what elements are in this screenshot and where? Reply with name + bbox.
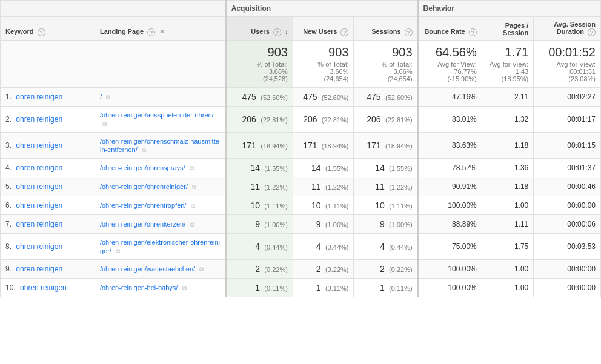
totals-avg-cell: 00:01:52 Avg for View: 00:01:31 (23.08%) <box>534 40 601 87</box>
users-pct: (0.44%) <box>264 243 288 251</box>
keyword-cell: 8. ohren reinigen <box>1 233 95 259</box>
users-value: 171 <box>242 141 256 150</box>
new-users-pct: (18.94%) <box>322 142 349 150</box>
copy-icon[interactable]: ⧉ <box>182 285 187 292</box>
keyword-value[interactable]: ohren reinigen <box>16 182 62 191</box>
totals-landing-cell <box>95 40 225 87</box>
pages-value: 1.75 <box>514 242 528 251</box>
copy-icon[interactable]: ⧉ <box>102 121 107 128</box>
avg-session-help-icon[interactable]: ? <box>588 28 596 36</box>
sessions-cell: 4 (0.44%) <box>354 233 418 259</box>
landing-help-icon[interactable]: ? <box>147 28 155 36</box>
sessions-value: 206 <box>367 114 380 124</box>
bounce-rate-value: 88.89% <box>452 220 477 228</box>
totals-users-cell: 903 % of Total: 3.68% (24,528) <box>226 40 293 87</box>
pages-session-cell: 1.36 <box>482 158 534 177</box>
keyword-value[interactable]: ohren reinigen <box>16 220 62 228</box>
totals-pages-sub: Avg for View: 1.43 (18.95%) <box>487 61 529 82</box>
pages-value: 1.36 <box>514 164 528 172</box>
sessions-pct: (0.11%) <box>389 285 413 292</box>
bounce-rate-value: 83.63% <box>452 141 477 150</box>
landing-value[interactable]: /ohren-reinigen/ohrenkerzen/ <box>100 220 185 228</box>
users-cell: 206 (22.81%) <box>226 106 293 132</box>
copy-icon[interactable]: ⧉ <box>190 165 194 172</box>
new-users-value: 206 <box>303 114 317 124</box>
landing-value[interactable]: / <box>100 93 102 101</box>
new-users-pct: (1.55%) <box>325 165 349 172</box>
pages-session-col-label: Pages / Session <box>503 22 528 36</box>
users-value: 475 <box>242 92 256 102</box>
users-help-icon[interactable]: ? <box>273 28 281 36</box>
copy-icon[interactable]: ⧉ <box>190 221 194 228</box>
keyword-help-icon[interactable]: ? <box>38 28 45 36</box>
sessions-pct: (1.22%) <box>389 184 413 191</box>
landing-value[interactable]: /ohren-reinigen/ohrentropfen/ <box>100 202 186 209</box>
copy-icon[interactable]: ⧉ <box>199 266 204 273</box>
landing-value[interactable]: /ohren-reinigen/wattestaebchen/ <box>100 265 195 273</box>
totals-avg-label: Avg for View: <box>557 61 596 68</box>
table-row: 9. ohren reinigen /ohren-reinigen/wattes… <box>1 259 601 278</box>
new-users-pct: (1.00%) <box>325 221 349 228</box>
users-value: 206 <box>242 114 256 124</box>
keyword-value[interactable]: ohren reinigen <box>16 242 62 251</box>
totals-row: 903 % of Total: 3.68% (24,528) 903 % of … <box>1 40 601 87</box>
totals-new-users-sub: % of Total: 3.66% (24,654) <box>298 61 349 82</box>
landing-value[interactable]: /ohren-reinigen/ausspuelen-der-ohren/ <box>100 111 214 119</box>
keyword-value[interactable]: ohren reinigen <box>16 201 62 210</box>
totals-users-count: (24,528) <box>263 75 288 82</box>
pages-session-cell: 1.11 <box>482 214 534 233</box>
keyword-value[interactable]: ohren reinigen <box>16 265 62 273</box>
keyword-value[interactable]: ohren reinigen <box>16 115 62 124</box>
keyword-cell: 1. ohren reinigen <box>1 87 95 106</box>
users-value: 1 <box>255 283 260 293</box>
keyword-value[interactable]: ohren reinigen <box>16 164 62 172</box>
pages-value: 1.18 <box>514 182 528 191</box>
new-users-help-icon[interactable]: ? <box>340 28 348 36</box>
keyword-value[interactable]: ohren reinigen <box>16 141 62 150</box>
keyword-cell: 3. ohren reinigen <box>1 132 95 158</box>
bounce-rate-help-icon[interactable]: ? <box>469 28 477 36</box>
landing-value[interactable]: /ohren-reinigen/ohrensprays/ <box>100 164 185 171</box>
pages-session-cell: 1.00 <box>482 259 534 278</box>
totals-sessions-count: (24,654) <box>388 75 413 82</box>
new-users-pct: (0.22%) <box>325 266 349 273</box>
landing-value[interactable]: /ohren-reinigen/ohrenschmalz-hausmitteln… <box>100 137 219 153</box>
bounce-rate-cell: 47.16% <box>418 87 482 106</box>
new-users-value: 14 <box>311 163 321 173</box>
users-cell: 10 (1.11%) <box>226 196 293 214</box>
copy-icon[interactable]: ⧉ <box>192 184 196 191</box>
row-number: 2. <box>5 115 12 124</box>
sessions-pct: (1.55%) <box>389 165 413 172</box>
bounce-rate-col-label: Bounce Rate <box>424 28 465 35</box>
avg-session-cell: 00:01:15 <box>534 132 601 158</box>
users-pct: (1.00%) <box>264 221 288 228</box>
users-cell: 4 (0.44%) <box>226 233 293 259</box>
sessions-help-icon[interactable]: ? <box>405 28 413 36</box>
landing-col-label: Landing Page <box>100 28 144 35</box>
keyword-value[interactable]: ohren reinigen <box>20 283 67 292</box>
avg-session-cell: 00:00:00 <box>534 259 601 278</box>
new-users-pct: (0.11%) <box>325 285 349 292</box>
totals-users-pct: 3.68% <box>269 68 288 75</box>
new-users-col-header: New Users ? <box>293 17 354 41</box>
avg-session-cell: 00:00:06 <box>534 214 601 233</box>
row-number: 3. <box>5 141 12 150</box>
totals-new-users-value: 903 <box>298 45 349 59</box>
users-col-header[interactable]: Users ? ↓ <box>226 17 293 41</box>
landing-close-icon[interactable]: ✕ <box>159 28 165 36</box>
keyword-value[interactable]: ohren reinigen <box>16 93 62 101</box>
landing-value[interactable]: /ohren-reinigen-bei-babys/ <box>100 284 178 291</box>
copy-icon[interactable]: ⧉ <box>106 94 110 101</box>
users-cell: 171 (18.94%) <box>226 132 293 158</box>
copy-icon[interactable]: ⧉ <box>191 202 195 210</box>
totals-sessions-pct: 3.66% <box>393 68 412 75</box>
landing-cell: /ohren-reinigen/ausspuelen-der-ohren/ ⧉ <box>95 106 225 132</box>
row-number: 4. <box>5 164 12 172</box>
new-users-pct: (1.22%) <box>325 184 349 191</box>
landing-value[interactable]: /ohren-reinigen/ohrenreiniger/ <box>100 183 188 190</box>
copy-icon[interactable]: ⧉ <box>142 147 146 154</box>
bounce-rate-cell: 90.91% <box>418 177 482 196</box>
copy-icon[interactable]: ⧉ <box>116 248 120 255</box>
landing-col-header: Landing Page ? ✕ <box>95 17 225 41</box>
totals-new-users-cell: 903 % of Total: 3.66% (24,654) <box>293 40 354 87</box>
